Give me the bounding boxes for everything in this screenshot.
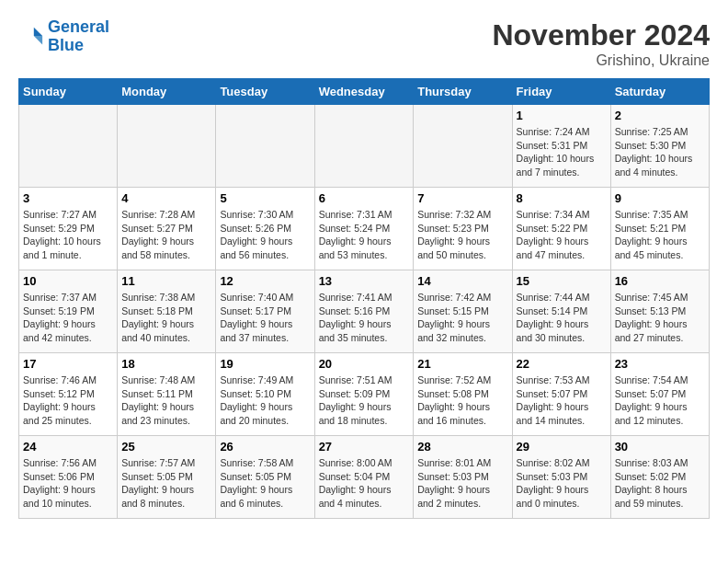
calendar-cell: 16Sunrise: 7:45 AM Sunset: 5:13 PM Dayli… (610, 270, 709, 353)
logo-icon (18, 24, 44, 50)
calendar-cell: 15Sunrise: 7:44 AM Sunset: 5:14 PM Dayli… (512, 270, 610, 353)
day-info: Sunrise: 7:27 AM Sunset: 5:29 PM Dayligh… (23, 208, 113, 262)
logo-blue: Blue (48, 36, 84, 54)
calendar-cell: 7Sunrise: 7:32 AM Sunset: 5:23 PM Daylig… (414, 188, 512, 270)
day-info: Sunrise: 7:30 AM Sunset: 5:26 PM Dayligh… (220, 208, 310, 262)
day-info: Sunrise: 8:00 AM Sunset: 5:04 PM Dayligh… (319, 456, 410, 511)
day-info: Sunrise: 7:54 AM Sunset: 5:07 PM Dayligh… (615, 373, 705, 428)
weekday-header-friday: Friday (512, 79, 610, 105)
day-info: Sunrise: 7:31 AM Sunset: 5:24 PM Dayligh… (319, 208, 410, 262)
day-number: 19 (220, 357, 310, 371)
calendar-cell: 29Sunrise: 8:02 AM Sunset: 5:03 PM Dayli… (512, 436, 610, 519)
day-info: Sunrise: 7:51 AM Sunset: 5:09 PM Dayligh… (319, 373, 410, 428)
day-info: Sunrise: 7:35 AM Sunset: 5:21 PM Dayligh… (615, 208, 705, 262)
calendar-cell: 6Sunrise: 7:31 AM Sunset: 5:24 PM Daylig… (314, 188, 414, 270)
day-info: Sunrise: 7:32 AM Sunset: 5:23 PM Dayligh… (417, 208, 507, 262)
day-info: Sunrise: 8:02 AM Sunset: 5:03 PM Dayligh… (517, 456, 607, 511)
svg-marker-1 (34, 36, 42, 44)
day-info: Sunrise: 7:44 AM Sunset: 5:14 PM Dayligh… (517, 291, 607, 345)
calendar-cell: 2Sunrise: 7:25 AM Sunset: 5:30 PM Daylig… (610, 105, 709, 188)
calendar-cell: 18Sunrise: 7:48 AM Sunset: 5:11 PM Dayli… (118, 353, 216, 436)
weekday-header-thursday: Thursday (414, 79, 512, 105)
calendar-table: SundayMondayTuesdayWednesdayThursdayFrid… (18, 78, 710, 519)
day-number: 16 (615, 274, 705, 288)
day-info: Sunrise: 7:52 AM Sunset: 5:08 PM Dayligh… (417, 373, 507, 428)
day-number: 25 (121, 440, 211, 454)
day-info: Sunrise: 7:56 AM Sunset: 5:06 PM Dayligh… (23, 456, 113, 511)
day-info: Sunrise: 7:40 AM Sunset: 5:17 PM Dayligh… (220, 291, 310, 345)
calendar-cell: 4Sunrise: 7:28 AM Sunset: 5:27 PM Daylig… (118, 188, 216, 270)
day-info: Sunrise: 8:01 AM Sunset: 5:03 PM Dayligh… (417, 456, 507, 511)
calendar-cell: 20Sunrise: 7:51 AM Sunset: 5:09 PM Dayli… (314, 353, 414, 436)
month-title: November 2024 (492, 18, 710, 52)
day-number: 4 (121, 191, 211, 205)
weekday-header-saturday: Saturday (610, 79, 709, 105)
day-info: Sunrise: 7:42 AM Sunset: 5:15 PM Dayligh… (417, 291, 507, 345)
svg-marker-0 (34, 28, 42, 36)
day-number: 12 (220, 274, 310, 288)
title-block: November 2024 Grishino, Ukraine (492, 18, 710, 69)
day-number: 30 (615, 440, 705, 454)
day-number: 1 (517, 109, 607, 122)
calendar-week-row: 17Sunrise: 7:46 AM Sunset: 5:12 PM Dayli… (19, 353, 710, 436)
calendar-week-row: 3Sunrise: 7:27 AM Sunset: 5:29 PM Daylig… (19, 188, 710, 270)
day-number: 10 (23, 274, 113, 288)
day-number: 23 (615, 357, 705, 371)
calendar-cell: 8Sunrise: 7:34 AM Sunset: 5:22 PM Daylig… (512, 188, 610, 270)
day-info: Sunrise: 7:25 AM Sunset: 5:30 PM Dayligh… (615, 125, 705, 179)
calendar-cell: 21Sunrise: 7:52 AM Sunset: 5:08 PM Dayli… (414, 353, 512, 436)
day-number: 20 (319, 357, 410, 371)
day-number: 28 (417, 440, 507, 454)
day-info: Sunrise: 7:48 AM Sunset: 5:11 PM Dayligh… (121, 373, 211, 428)
day-info: Sunrise: 7:57 AM Sunset: 5:05 PM Dayligh… (121, 456, 211, 511)
day-info: Sunrise: 7:46 AM Sunset: 5:12 PM Dayligh… (23, 373, 113, 428)
day-number: 6 (319, 191, 410, 205)
calendar-cell: 12Sunrise: 7:40 AM Sunset: 5:17 PM Dayli… (216, 270, 314, 353)
calendar-cell: 5Sunrise: 7:30 AM Sunset: 5:26 PM Daylig… (216, 188, 314, 270)
day-info: Sunrise: 7:24 AM Sunset: 5:31 PM Dayligh… (517, 125, 607, 179)
calendar-cell: 27Sunrise: 8:00 AM Sunset: 5:04 PM Dayli… (314, 436, 414, 519)
day-number: 5 (220, 191, 310, 205)
day-number: 15 (517, 274, 607, 288)
calendar-cell: 28Sunrise: 8:01 AM Sunset: 5:03 PM Dayli… (414, 436, 512, 519)
day-info: Sunrise: 7:49 AM Sunset: 5:10 PM Dayligh… (220, 373, 310, 428)
calendar-cell (314, 105, 414, 188)
day-info: Sunrise: 7:37 AM Sunset: 5:19 PM Dayligh… (23, 291, 113, 345)
calendar-cell: 30Sunrise: 8:03 AM Sunset: 5:02 PM Dayli… (610, 436, 709, 519)
day-number: 11 (121, 274, 211, 288)
calendar-cell: 11Sunrise: 7:38 AM Sunset: 5:18 PM Dayli… (118, 270, 216, 353)
calendar-cell: 10Sunrise: 7:37 AM Sunset: 5:19 PM Dayli… (19, 270, 118, 353)
calendar-cell: 3Sunrise: 7:27 AM Sunset: 5:29 PM Daylig… (19, 188, 118, 270)
day-number: 17 (23, 357, 113, 371)
day-info: Sunrise: 7:41 AM Sunset: 5:16 PM Dayligh… (319, 291, 410, 345)
page-header: General Blue November 2024 Grishino, Ukr… (18, 18, 710, 69)
day-info: Sunrise: 7:34 AM Sunset: 5:22 PM Dayligh… (517, 208, 607, 262)
day-number: 14 (417, 274, 507, 288)
weekday-header-wednesday: Wednesday (314, 79, 414, 105)
day-info: Sunrise: 7:38 AM Sunset: 5:18 PM Dayligh… (121, 291, 211, 345)
day-number: 22 (517, 357, 607, 371)
day-number: 24 (23, 440, 113, 454)
logo: General Blue (18, 18, 109, 55)
calendar-cell: 9Sunrise: 7:35 AM Sunset: 5:21 PM Daylig… (610, 188, 709, 270)
calendar-cell: 1Sunrise: 7:24 AM Sunset: 5:31 PM Daylig… (512, 105, 610, 188)
calendar-cell (19, 105, 118, 188)
day-number: 26 (220, 440, 310, 454)
calendar-week-row: 24Sunrise: 7:56 AM Sunset: 5:06 PM Dayli… (19, 436, 710, 519)
calendar-cell: 25Sunrise: 7:57 AM Sunset: 5:05 PM Dayli… (118, 436, 216, 519)
day-number: 7 (417, 191, 507, 205)
calendar-cell (118, 105, 216, 188)
weekday-header-tuesday: Tuesday (216, 79, 314, 105)
day-info: Sunrise: 7:45 AM Sunset: 5:13 PM Dayligh… (615, 291, 705, 345)
calendar-cell: 24Sunrise: 7:56 AM Sunset: 5:06 PM Dayli… (19, 436, 118, 519)
weekday-header-monday: Monday (118, 79, 216, 105)
logo-text: General Blue (48, 18, 109, 55)
calendar-cell: 14Sunrise: 7:42 AM Sunset: 5:15 PM Dayli… (414, 270, 512, 353)
day-info: Sunrise: 7:53 AM Sunset: 5:07 PM Dayligh… (517, 373, 607, 428)
location: Grishino, Ukraine (492, 52, 710, 69)
calendar-header-row: SundayMondayTuesdayWednesdayThursdayFrid… (19, 79, 710, 105)
weekday-header-sunday: Sunday (19, 79, 118, 105)
day-number: 21 (417, 357, 507, 371)
day-number: 2 (615, 109, 705, 122)
day-number: 13 (319, 274, 410, 288)
